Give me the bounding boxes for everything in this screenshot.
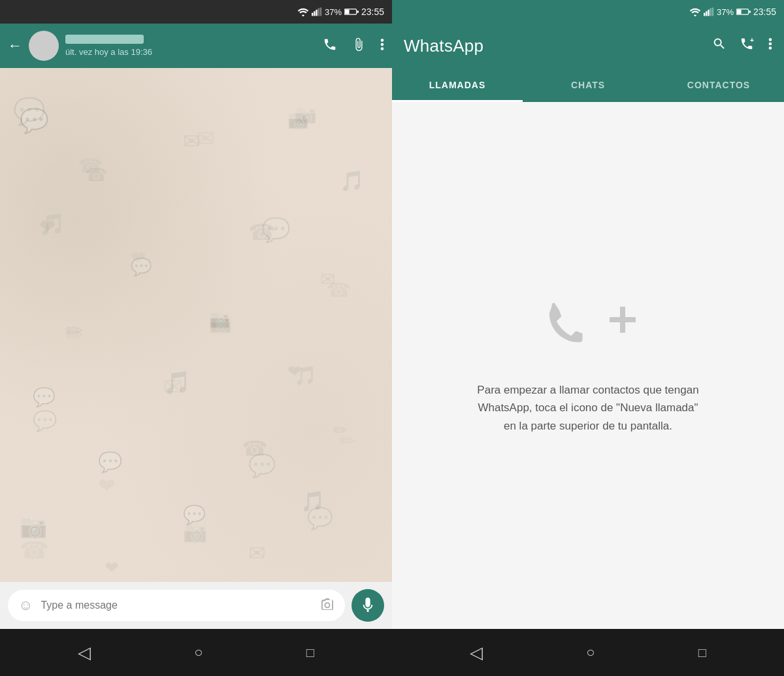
svg-text:💬: 💬 xyxy=(131,256,152,277)
svg-text:💬: 💬 xyxy=(183,504,206,526)
battery-icon-left xyxy=(344,8,359,16)
phone-large-icon xyxy=(536,296,595,355)
bottom-nav-right: ◁ ○ □ xyxy=(392,629,784,676)
search-icon[interactable] xyxy=(712,37,727,55)
tab-contactos[interactable]: CONTACTOS xyxy=(653,68,784,102)
nav-home-right[interactable]: ○ xyxy=(586,644,595,661)
tab-llamadas[interactable]: LLAMADAS xyxy=(392,68,523,102)
svg-point-10 xyxy=(381,47,384,50)
back-button[interactable]: ← xyxy=(8,37,22,54)
svg-text:📷: 📷 xyxy=(20,513,48,540)
svg-point-42 xyxy=(769,38,772,41)
svg-text:💬: 💬 xyxy=(98,450,123,474)
avatar xyxy=(29,31,59,61)
svg-text:✏: ✏ xyxy=(65,319,83,343)
whatsapp-header: 37% 23:55 WhatsApp xyxy=(392,0,784,68)
battery-right: 37% xyxy=(717,7,734,17)
tab-chats[interactable]: CHATS xyxy=(523,68,653,102)
chat-header-icons xyxy=(323,37,384,55)
signal-icon-left xyxy=(312,7,322,16)
tabs-row: LLAMADAS CHATS CONTACTOS xyxy=(392,68,784,102)
svg-text:❤: ❤ xyxy=(39,216,56,237)
doodle-overlay: 💬 ☎ ✉ 📷 🎵 ❤ 💬 ☎ ✉ ✏ 📷 💬 🎵 ❤ 💬 ☎ ✏ 📷 💬 xyxy=(0,68,392,582)
svg-text:❤: ❤ xyxy=(287,362,302,381)
message-input[interactable] xyxy=(41,600,312,611)
nav-home-left[interactable]: ○ xyxy=(194,644,203,661)
svg-text:📷: 📷 xyxy=(287,109,309,130)
mic-button[interactable] xyxy=(351,589,384,622)
message-input-box: ☺ xyxy=(8,590,345,621)
contact-status: últ. vez hoy a las 19:36 xyxy=(65,47,316,57)
svg-point-8 xyxy=(381,39,384,42)
time-left: 23:55 xyxy=(361,7,384,17)
right-panel: 37% 23:55 WhatsApp xyxy=(392,0,784,676)
wifi-icon-right xyxy=(689,7,701,16)
svg-text:☎: ☎ xyxy=(242,437,268,460)
chat-background: 💬 ☎ ✉ 📷 🎵 ❤ 💬 ☎ ✉ ✏ 📷 💬 🎵 ❤ 💬 ☎ ✏ 📷 💬 xyxy=(0,68,392,582)
nav-back-left[interactable]: ◁ xyxy=(78,643,91,663)
empty-state-message: Para empezar a llamar contactos que teng… xyxy=(477,381,699,435)
svg-rect-39 xyxy=(737,10,742,14)
battery-left: 37% xyxy=(325,7,342,17)
phone-icon[interactable] xyxy=(323,37,337,55)
svg-rect-35 xyxy=(708,10,709,16)
time-right: 23:55 xyxy=(753,7,776,17)
svg-point-43 xyxy=(769,42,772,46)
svg-text:💬: 💬 xyxy=(33,386,56,408)
message-input-area: ☺ xyxy=(0,582,392,629)
svg-text:✏: ✏ xyxy=(333,420,348,440)
menu-icon-chat[interactable] xyxy=(380,37,384,55)
plus-icon xyxy=(606,303,640,337)
nav-back-right[interactable]: ◁ xyxy=(470,643,483,663)
new-call-icon[interactable]: + xyxy=(740,37,755,55)
svg-text:🎵: 🎵 xyxy=(163,369,191,396)
battery-icon-right xyxy=(736,8,751,16)
svg-rect-3 xyxy=(318,8,319,16)
calls-empty-state: Para empezar a llamar contactos que teng… xyxy=(392,102,784,629)
svg-rect-37 xyxy=(712,8,713,16)
svg-text:☎: ☎ xyxy=(248,220,276,245)
svg-point-9 xyxy=(381,42,384,46)
wifi-icon-left xyxy=(297,7,309,16)
call-icon-group xyxy=(536,296,640,355)
svg-text:☎: ☎ xyxy=(85,165,108,185)
menu-icon-whatsapp[interactable] xyxy=(768,37,772,55)
svg-text:❤: ❤ xyxy=(105,558,119,577)
svg-rect-1 xyxy=(314,11,315,16)
status-bar-right: 37% 23:55 xyxy=(392,0,784,24)
nav-recents-left[interactable]: □ xyxy=(306,645,314,660)
mic-icon xyxy=(361,597,375,614)
svg-rect-46 xyxy=(610,317,636,322)
svg-rect-4 xyxy=(320,8,321,16)
svg-text:✉: ✉ xyxy=(248,541,266,565)
status-bar-left: 37% 23:55 xyxy=(0,0,392,24)
svg-point-44 xyxy=(769,46,772,50)
bottom-nav-left: ◁ ○ □ xyxy=(0,629,392,676)
svg-text:💬: 💬 xyxy=(20,107,49,135)
svg-text:+: + xyxy=(750,37,754,44)
svg-rect-40 xyxy=(749,10,751,12)
svg-rect-36 xyxy=(710,8,711,16)
svg-text:✉: ✉ xyxy=(320,269,335,290)
attach-icon[interactable] xyxy=(351,37,366,55)
contact-info: últ. vez hoy a las 19:36 xyxy=(65,35,316,57)
svg-rect-2 xyxy=(316,10,317,16)
status-icons-right: 37% 23:55 xyxy=(689,7,776,17)
contact-name-bar xyxy=(65,35,144,44)
header-action-icons: + xyxy=(712,37,772,55)
svg-rect-34 xyxy=(706,11,707,16)
svg-rect-6 xyxy=(345,10,350,14)
app-title: WhatsApp xyxy=(404,36,702,56)
status-icons-left: 37% 23:55 xyxy=(297,7,384,17)
svg-rect-7 xyxy=(357,10,359,12)
left-panel: 37% 23:55 ← últ. vez hoy a las 19:36 xyxy=(0,0,392,676)
svg-rect-33 xyxy=(704,13,705,16)
app-title-row: WhatsApp + xyxy=(392,24,784,68)
svg-text:🎵: 🎵 xyxy=(301,490,325,513)
emoji-icon[interactable]: ☺ xyxy=(18,597,33,614)
svg-text:📷: 📷 xyxy=(209,309,231,330)
svg-text:🎵: 🎵 xyxy=(340,169,365,193)
nav-recents-right[interactable]: □ xyxy=(698,645,706,660)
camera-icon[interactable] xyxy=(320,598,335,613)
chat-header: ← últ. vez hoy a las 19:36 xyxy=(0,24,392,68)
